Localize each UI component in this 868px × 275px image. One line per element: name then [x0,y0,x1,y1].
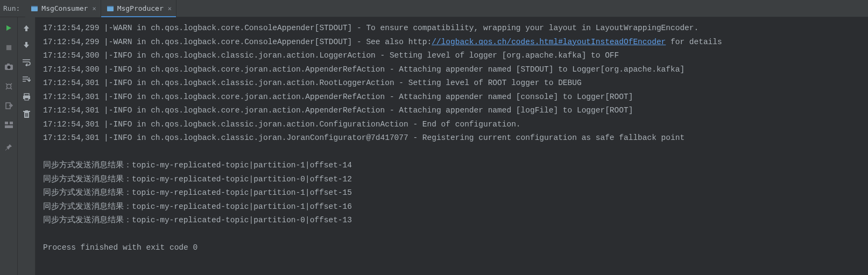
stop-icon[interactable] [3,42,14,53]
exit-icon[interactable] [3,100,14,111]
pin-icon[interactable] [3,142,14,153]
svg-rect-21 [27,113,28,117]
console-line: 17:12:54,300 |-INFO in ch.qos.logback.co… [43,63,864,77]
layout-settings-icon[interactable] [3,119,14,130]
arrow-down-icon[interactable] [21,40,32,51]
run-toolbar: Run: MsgConsumer × MsgProducer × [0,0,868,17]
trash-icon[interactable] [21,109,32,119]
tab-label: MsgConsumer [41,4,88,12]
svg-rect-11 [10,122,13,124]
console-line: 17:12:54,301 |-INFO in ch.qos.logback.cl… [43,76,864,90]
console-blank-line [43,145,864,159]
console-line: 17:12:54,300 |-INFO in ch.qos.logback.cl… [43,49,864,63]
svg-rect-10 [5,122,8,124]
tab-msgproducer[interactable]: MsgProducer × [101,0,177,17]
soft-wrap-icon[interactable] [21,57,32,68]
console-text: for details [666,38,722,46]
console-line: 同步方式发送消息结果：topic-my-replicated-topic|par… [43,214,864,228]
svg-rect-7 [7,64,10,65]
camera-icon[interactable] [3,61,14,72]
console-blank-line [43,228,864,242]
svg-rect-15 [25,98,29,100]
console-line: 同步方式发送消息结果：topic-my-replicated-topic|par… [43,159,864,173]
tab-msgconsumer[interactable]: MsgConsumer × [25,0,101,17]
console-line: 17:12:54,299 |-WARN in ch.qos.logback.co… [43,36,864,50]
print-icon[interactable] [21,91,32,102]
console-toolbar [18,17,36,275]
svg-rect-12 [5,125,13,128]
console-line: 同步方式发送消息结果：topic-my-replicated-topic|par… [43,200,864,214]
svg-point-6 [7,66,10,69]
svg-rect-20 [26,113,27,117]
tab-label: MsgProducer [117,4,164,12]
console-output[interactable]: 17:12:54,299 |-WARN in ch.qos.logback.co… [36,17,868,275]
run-config-icon [31,5,38,12]
console-line: 同步方式发送消息结果：topic-my-replicated-topic|par… [43,186,864,200]
debug-attach-icon[interactable] [3,81,14,91]
console-line: 17:12:54,301 |-INFO in ch.qos.logback.co… [43,104,864,118]
scroll-to-end-icon[interactable] [21,74,32,85]
console-line: 17:12:54,301 |-INFO in ch.qos.logback.cl… [43,118,864,132]
arrow-up-icon[interactable] [21,23,32,33]
run-label: Run: [0,4,25,12]
console-line: 17:12:54,299 |-WARN in ch.qos.logback.co… [43,22,864,36]
close-icon[interactable]: × [92,5,96,12]
left-toolbar [0,17,18,275]
svg-rect-1 [31,6,38,7]
close-icon[interactable]: × [168,5,172,12]
console-line: Process finished with exit code 0 [43,241,864,255]
svg-rect-18 [25,110,28,111]
svg-rect-19 [25,113,26,117]
console-line: 同步方式发送消息结果：topic-my-replicated-topic|par… [43,173,864,187]
svg-rect-4 [6,45,11,50]
console-text: 17:12:54,299 |-WARN in ch.qos.logback.co… [43,38,432,46]
console-line: 17:12:54,301 |-INFO in ch.qos.logback.cl… [43,131,864,145]
console-line: 17:12:54,301 |-INFO in ch.qos.logback.co… [43,90,864,104]
rerun-icon[interactable] [3,23,14,33]
svg-rect-13 [24,94,29,96]
run-config-icon [107,5,114,12]
console-link[interactable]: //logback.qos.ch/codes.html#layoutInstea… [432,38,666,46]
svg-rect-3 [107,6,114,7]
